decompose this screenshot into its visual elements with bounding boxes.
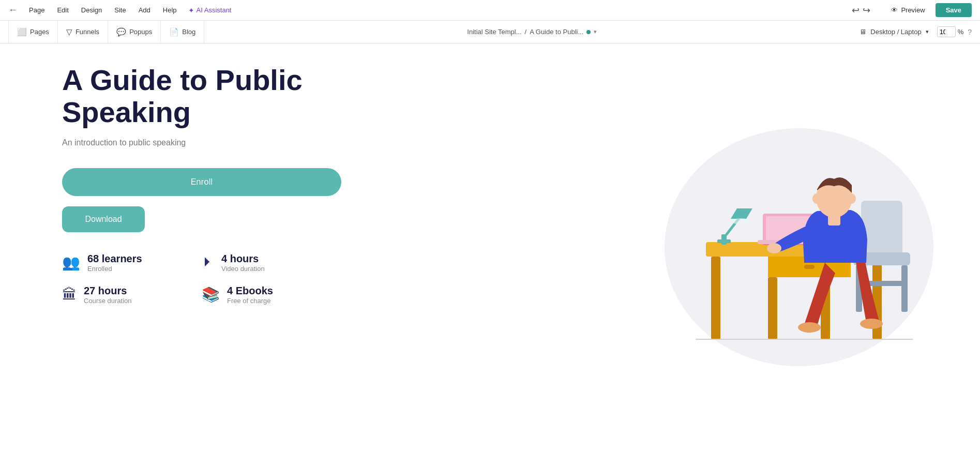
funnels-tab[interactable]: ▽ Funnels (58, 21, 108, 43)
svg-rect-17 (861, 201, 902, 258)
status-dot (586, 30, 591, 34)
hours-value: 4 hours (221, 253, 265, 265)
breadcrumb-part2: A Guide to Publi... (530, 28, 583, 36)
menu-add[interactable]: Add (138, 4, 152, 16)
preview-label: Preview (901, 6, 925, 14)
stat-course-duration: 🏛 27 hours Course duration (62, 285, 171, 305)
sub-nav: ⬜ Pages ▽ Funnels 💬 Popups 📄 Blog Initia… (0, 21, 980, 43)
popups-icon: 💬 (116, 27, 126, 37)
blog-label: Blog (182, 28, 195, 36)
ai-star-icon: ✦ (188, 6, 194, 14)
device-chevron-icon: ▾ (926, 28, 929, 35)
svg-rect-20 (901, 265, 908, 312)
popups-tab[interactable]: 💬 Popups (108, 21, 161, 43)
zoom-input[interactable] (937, 26, 956, 37)
svg-point-27 (812, 193, 821, 204)
ai-assistant-label: AI Assistant (197, 6, 232, 14)
menu-help[interactable]: Help (162, 4, 178, 16)
ebooks-icon: 📚 (202, 286, 220, 303)
svg-point-11 (732, 218, 750, 224)
svg-rect-2 (804, 265, 815, 269)
download-button[interactable]: Download (62, 206, 145, 232)
svg-rect-3 (711, 257, 720, 339)
svg-rect-26 (828, 215, 840, 226)
stat-duration-text: 27 hours Course duration (84, 285, 132, 305)
popups-label: Popups (129, 28, 152, 36)
stat-learners: 👥 68 learners Enrolled (62, 253, 171, 273)
stat-ebooks: 📚 4 Ebooks Free of charge (202, 285, 310, 305)
ebooks-value: 4 Ebooks (227, 285, 273, 297)
pages-icon: ⬜ (17, 27, 27, 37)
history-arrows: ↩ ↪ (852, 5, 870, 16)
svg-point-24 (767, 243, 781, 253)
svg-point-22 (798, 322, 821, 333)
monitor-icon: 🖥 (860, 28, 866, 36)
play-icon: ⏵ (202, 254, 214, 268)
page-title: A Guide to Public Speaking (62, 64, 352, 128)
stat-hours-text: 4 hours Video duration (221, 253, 265, 273)
breadcrumb-chevron-icon: ▾ (594, 28, 597, 35)
menu-design[interactable]: Design (80, 4, 103, 16)
page-content-area: A Guide to Public Speaking An introducti… (0, 43, 618, 451)
menu-page[interactable]: Page (28, 4, 46, 16)
breadcrumb-sep: / (525, 28, 527, 36)
learners-label: Enrolled (87, 265, 142, 273)
duration-label: Course duration (84, 297, 132, 305)
learners-icon: 👥 (62, 254, 80, 271)
zoom-control: % ? (937, 26, 972, 37)
ai-assistant-button[interactable]: ✦ AI Assistant (188, 6, 232, 14)
hours-label: Video duration (221, 265, 265, 273)
help-icon[interactable]: ? (968, 28, 972, 36)
menu-site[interactable]: Site (113, 4, 127, 16)
zoom-unit: % (958, 28, 964, 36)
device-label: Desktop / Laptop (870, 28, 921, 36)
main-content: A Guide to Public Speaking An introducti… (0, 43, 980, 451)
preview-eye-icon: 👁 (891, 6, 898, 14)
ebooks-label: Free of charge (227, 297, 273, 305)
breadcrumb-part1: Initial Site Templ... (467, 28, 521, 36)
blog-icon: 📄 (169, 27, 179, 37)
stat-learners-text: 68 learners Enrolled (87, 253, 142, 273)
pages-tab[interactable]: ⬜ Pages (8, 21, 58, 43)
enroll-button[interactable]: Enroll (62, 168, 341, 196)
clock-icon: 🏛 (62, 286, 77, 303)
undo-button[interactable]: ↩ (852, 5, 860, 16)
svg-rect-5 (768, 277, 777, 339)
learners-value: 68 learners (87, 253, 142, 265)
illustration-panel (618, 43, 980, 451)
stat-ebooks-text: 4 Ebooks Free of charge (227, 285, 273, 305)
svg-point-28 (848, 193, 856, 204)
preview-button[interactable]: 👁 Preview (891, 6, 925, 14)
blog-tab[interactable]: 📄 Blog (161, 21, 204, 43)
menu-bar: ← Page Edit Design Site Add Help ✦ AI As… (0, 0, 980, 21)
funnels-label: Funnels (76, 28, 99, 36)
svg-rect-8 (717, 239, 731, 243)
stat-hours: ⏵ 4 hours Video duration (202, 253, 310, 273)
back-icon[interactable]: ← (8, 5, 18, 16)
redo-button[interactable]: ↪ (863, 5, 870, 16)
page-subtitle: An introduction to public speaking (62, 138, 577, 147)
funnels-icon: ▽ (66, 27, 72, 37)
duration-value: 27 hours (84, 285, 132, 297)
breadcrumb: Initial Site Templ... / A Guide to Publi… (204, 28, 860, 36)
device-selector[interactable]: 🖥 Desktop / Laptop ▾ (860, 28, 928, 36)
svg-marker-10 (731, 208, 752, 219)
pages-label: Pages (30, 28, 49, 36)
hero-illustration (665, 128, 933, 366)
svg-point-23 (860, 319, 883, 329)
save-button[interactable]: Save (936, 3, 972, 17)
menu-edit[interactable]: Edit (56, 4, 69, 16)
stats-grid: 👥 68 learners Enrolled ⏵ 4 hours Video d… (62, 253, 310, 305)
